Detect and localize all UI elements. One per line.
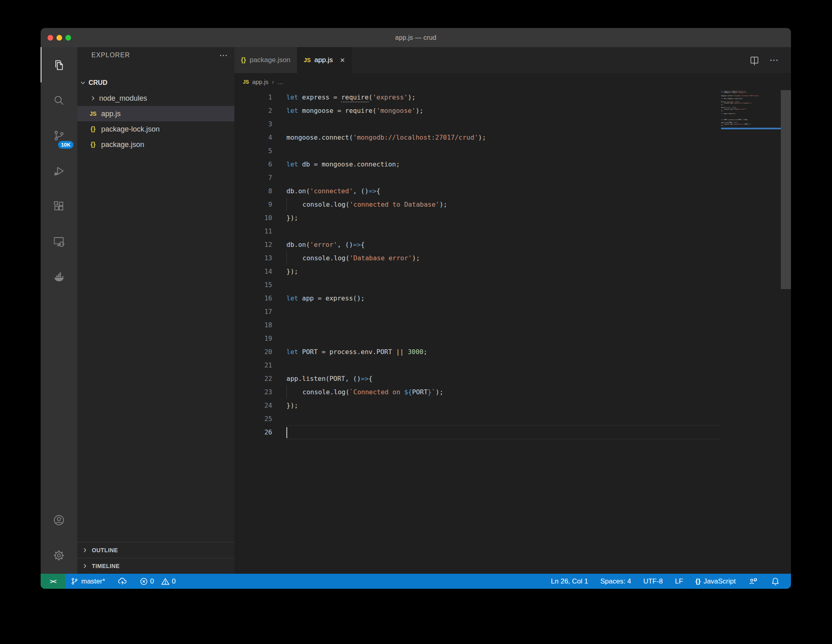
sidebar-section-outline[interactable]: OUTLINE bbox=[77, 542, 234, 558]
activity-bar-item-accounts[interactable] bbox=[41, 502, 77, 538]
breadcrumb-file[interactable]: app.js bbox=[252, 78, 269, 85]
status-item-git-branch[interactable]: master* bbox=[71, 577, 105, 586]
code-line-15[interactable]: 15 bbox=[234, 278, 791, 292]
line-number[interactable]: 2 bbox=[234, 104, 286, 117]
folder-root-crud[interactable]: CRUD bbox=[77, 75, 234, 91]
status-item-problems[interactable]: 00 bbox=[140, 577, 176, 586]
breadcrumb[interactable]: JS app.js › … bbox=[234, 73, 791, 91]
code-line-17[interactable]: 17 bbox=[234, 305, 791, 318]
line-number[interactable]: 4 bbox=[234, 131, 286, 144]
line-number[interactable]: 9 bbox=[234, 198, 286, 211]
folder-root-label: CRUD bbox=[89, 79, 107, 86]
activity-bar-item-extensions[interactable] bbox=[41, 188, 77, 224]
line-number[interactable]: 19 bbox=[234, 332, 286, 345]
vertical-scrollbar[interactable] bbox=[781, 90, 791, 574]
status-item-eol[interactable]: LF bbox=[675, 577, 683, 586]
code-line-2[interactable]: 2let mongoose = require('mongoose'); bbox=[234, 104, 791, 117]
line-number[interactable]: 5 bbox=[234, 144, 286, 158]
line-number[interactable]: 13 bbox=[234, 251, 286, 265]
tab-package.json[interactable]: {}package.json bbox=[234, 47, 297, 73]
code-line-22[interactable]: 22app.listen(PORT, ()=>{ bbox=[234, 372, 791, 385]
code-line-26[interactable]: 26 bbox=[234, 426, 791, 439]
status-item-indentation[interactable]: Spaces: 4 bbox=[600, 577, 631, 586]
activity-bar-item-settings[interactable] bbox=[41, 538, 77, 573]
status-item-notifications[interactable] bbox=[770, 576, 780, 586]
activity-bar-item-docker[interactable] bbox=[41, 259, 77, 294]
line-number[interactable]: 15 bbox=[234, 278, 286, 292]
code-line-8[interactable]: 8db.on('connected', ()=>{ bbox=[234, 184, 791, 198]
zoom-window-button[interactable] bbox=[65, 35, 71, 41]
code-line-25[interactable]: 25 bbox=[234, 412, 791, 426]
activity-bar-item-source-control[interactable]: 10K bbox=[41, 118, 77, 153]
line-number[interactable]: 10 bbox=[234, 211, 286, 225]
close-tab-icon[interactable]: ✕ bbox=[340, 56, 345, 64]
sidebar-section-timeline[interactable]: TIMELINE bbox=[77, 558, 234, 574]
status-item-language[interactable]: {}JavaScript bbox=[695, 577, 736, 586]
activity-bar-item-explorer[interactable] bbox=[41, 47, 77, 82]
title-bar[interactable]: app.js — crud bbox=[41, 28, 791, 47]
code-line-11[interactable]: 11 bbox=[234, 225, 791, 238]
line-number[interactable]: 6 bbox=[234, 158, 286, 171]
activity-bar-item-search[interactable] bbox=[41, 82, 77, 118]
scrollbar-slider[interactable] bbox=[781, 90, 791, 289]
line-number[interactable]: 22 bbox=[234, 372, 286, 385]
line-number[interactable]: 17 bbox=[234, 305, 286, 318]
code-line-10[interactable]: 10}); bbox=[234, 211, 791, 225]
activity-bar-item-run-debug[interactable] bbox=[41, 153, 77, 188]
line-number[interactable]: 11 bbox=[234, 225, 286, 238]
status-item-feedback[interactable] bbox=[748, 576, 758, 586]
line-number[interactable]: 20 bbox=[234, 345, 286, 359]
line-number[interactable]: 25 bbox=[234, 412, 286, 426]
minimize-window-button[interactable] bbox=[56, 35, 62, 41]
file-tree-item-app.js[interactable]: JSapp.js bbox=[77, 106, 234, 121]
explorer-more-actions-button[interactable]: ⋯ bbox=[219, 47, 228, 63]
status-item-sync[interactable] bbox=[117, 576, 128, 586]
code-line-5[interactable]: 5 bbox=[234, 144, 791, 158]
chevron-down-icon bbox=[79, 79, 87, 86]
code-line-13[interactable]: 13 console.log('Database error'); bbox=[234, 251, 791, 265]
editor-more-actions-icon[interactable]: ⋯ bbox=[769, 55, 779, 65]
editor-code-area[interactable]: 1let express = require('express');2let m… bbox=[234, 91, 791, 574]
code-line-4[interactable]: 4mongoose.connect('mongodb://localhost:2… bbox=[234, 131, 791, 144]
line-number[interactable]: 18 bbox=[234, 318, 286, 332]
code-line-20[interactable]: 20let PORT = process.env.PORT || 3000; bbox=[234, 345, 791, 359]
status-item-cursor-position[interactable]: Ln 26, Col 1 bbox=[551, 577, 588, 586]
minimap[interactable]: let express = require('express');let mon… bbox=[721, 91, 781, 318]
code-line-3[interactable]: 3 bbox=[234, 117, 791, 131]
code-line-24[interactable]: 24}); bbox=[234, 399, 791, 412]
line-number[interactable]: 12 bbox=[234, 238, 286, 251]
code-line-18[interactable]: 18 bbox=[234, 318, 791, 332]
error-icon bbox=[140, 577, 148, 586]
breadcrumb-more[interactable]: … bbox=[277, 78, 283, 85]
line-number[interactable]: 1 bbox=[234, 91, 286, 104]
code-line-19[interactable]: 19 bbox=[234, 332, 791, 345]
line-number[interactable]: 7 bbox=[234, 171, 286, 184]
code-line-16[interactable]: 16let app = express(); bbox=[234, 292, 791, 305]
code-line-9[interactable]: 9 console.log('connected to Database'); bbox=[234, 198, 791, 211]
line-number[interactable]: 16 bbox=[234, 292, 286, 305]
close-window-button[interactable] bbox=[48, 35, 53, 41]
line-number[interactable]: 26 bbox=[234, 426, 286, 439]
file-tree-item-package.json[interactable]: {}package.json bbox=[77, 137, 234, 152]
line-number[interactable]: 23 bbox=[234, 385, 286, 399]
line-number[interactable]: 24 bbox=[234, 399, 286, 412]
file-tree-item-package-lock.json[interactable]: {}package-lock.json bbox=[77, 121, 234, 137]
code-line-12[interactable]: 12db.on('error', ()=>{ bbox=[234, 238, 791, 251]
tab-app.js[interactable]: JSapp.js✕ bbox=[297, 47, 352, 73]
line-number[interactable]: 3 bbox=[234, 117, 286, 131]
code-line-1[interactable]: 1let express = require('express'); bbox=[234, 91, 791, 104]
code-line-6[interactable]: 6let db = mongoose.connection; bbox=[234, 158, 791, 171]
remote-indicator[interactable]: >< bbox=[41, 574, 65, 589]
line-number[interactable]: 21 bbox=[234, 359, 286, 372]
code-line-7[interactable]: 7 bbox=[234, 171, 791, 184]
file-tree-item-node_modules[interactable]: node_modules bbox=[77, 91, 234, 106]
code-line-21[interactable]: 21 bbox=[234, 359, 791, 372]
split-editor-icon[interactable] bbox=[749, 55, 760, 65]
line-number[interactable]: 8 bbox=[234, 184, 286, 198]
code-line-23[interactable]: 23 console.log(`Connected on ${PORT}`); bbox=[234, 385, 791, 399]
code-line-14[interactable]: 14}); bbox=[234, 265, 791, 278]
status-item-encoding[interactable]: UTF-8 bbox=[643, 577, 663, 586]
sidebar-bottom-sections: OUTLINETIMELINE bbox=[77, 542, 234, 574]
activity-bar-item-remote-explorer[interactable] bbox=[41, 224, 77, 259]
line-number[interactable]: 14 bbox=[234, 265, 286, 278]
